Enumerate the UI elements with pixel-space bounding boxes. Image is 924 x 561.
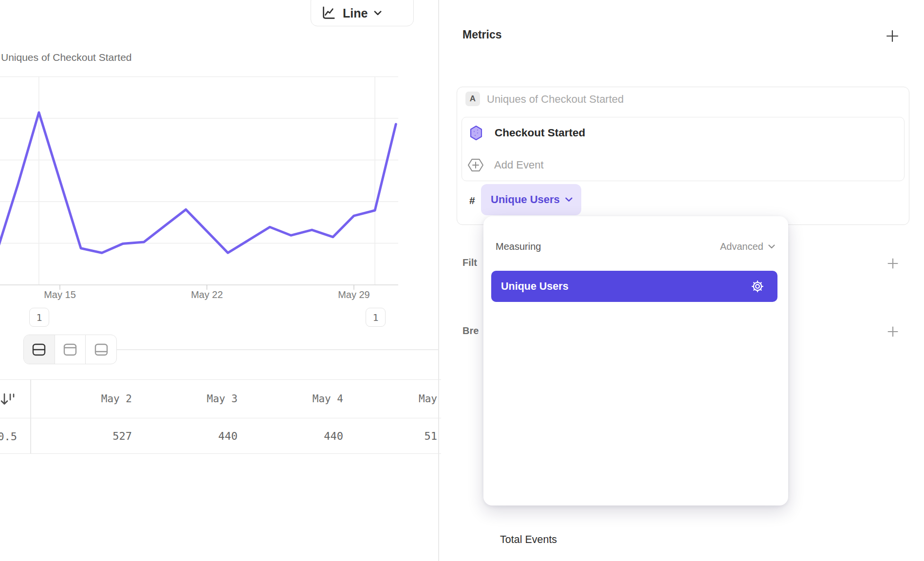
plus-icon xyxy=(887,325,899,338)
add-event-button[interactable]: Add Event xyxy=(462,149,905,181)
measuring-label: Measuring xyxy=(496,241,541,252)
sort-descending-icon[interactable] xyxy=(0,390,17,409)
x-tick-label: May 22 xyxy=(178,289,236,300)
column-header[interactable]: May 2 xyxy=(30,393,136,405)
metric-card-title: Uniques of Checkout Started xyxy=(487,93,624,106)
add-event-label: Add Event xyxy=(494,159,544,171)
top-row-icon xyxy=(63,343,77,356)
layout-table-only-button[interactable] xyxy=(86,335,116,364)
measuring-dropdown: Measuring Advanced Unique Users Total Ev… xyxy=(483,216,788,505)
event-row-checkout-started[interactable]: Checkout Started xyxy=(462,117,905,149)
dropdown-option-total-events[interactable]: Total Events xyxy=(483,520,788,559)
breakdown-section-title: Bre xyxy=(462,325,479,337)
column-header[interactable]: May 3 xyxy=(136,393,241,405)
column-header[interactable]: May 4 xyxy=(241,393,347,405)
option-label: Total Events xyxy=(500,534,769,546)
event-name: Checkout Started xyxy=(495,127,585,139)
metric-badge: A xyxy=(465,92,480,106)
table-cell: 527 xyxy=(30,430,136,442)
chart-type-button[interactable]: Line xyxy=(311,0,414,26)
table-header-row: May 2May 3May 4May xyxy=(0,379,441,418)
filter-section-title: Filt xyxy=(462,257,477,268)
table-cell: 51 xyxy=(347,430,441,442)
table-cell: 440 xyxy=(136,430,241,442)
metrics-section-title: Metrics xyxy=(462,28,502,41)
line-chart-icon xyxy=(320,5,336,21)
section-divider xyxy=(117,349,439,350)
plus-icon xyxy=(885,29,900,43)
panel-divider xyxy=(438,0,439,561)
layout-toggle-group xyxy=(23,335,117,364)
layout-split-view-button[interactable] xyxy=(24,335,55,364)
dropdown-option-unique-users-selected[interactable]: Unique Users xyxy=(491,271,777,302)
gear-icon[interactable] xyxy=(750,279,765,294)
chevron-down-icon[interactable] xyxy=(768,244,775,249)
event-hexagon-icon xyxy=(469,125,483,141)
add-event-hexagon-plus-icon xyxy=(467,158,484,172)
chevron-down-icon xyxy=(374,11,382,16)
chart-page-button-right[interactable]: 1 xyxy=(366,308,386,327)
page-number: 1 xyxy=(372,312,378,323)
measurement-chip-label: Unique Users xyxy=(491,193,560,206)
bottom-row-icon xyxy=(94,343,108,356)
chart-title: Uniques of Checkout Started xyxy=(1,52,132,63)
page-number: 1 xyxy=(36,312,42,323)
chart-page-button-left[interactable]: 1 xyxy=(29,308,49,327)
line-chart[interactable] xyxy=(0,68,401,297)
add-filter-button[interactable] xyxy=(887,257,899,270)
dropdown-option-total-sessions[interactable]: Total Sessions xyxy=(483,559,788,561)
table-cell: 440 xyxy=(241,430,347,442)
column-header[interactable]: May xyxy=(347,393,441,405)
x-tick-label: May 15 xyxy=(31,289,89,300)
split-rows-icon xyxy=(32,343,46,356)
layout-chart-only-button[interactable] xyxy=(55,335,86,364)
x-tick-label: May 29 xyxy=(325,289,383,300)
table-row: 0.552744044051 xyxy=(0,419,441,454)
measurement-chip[interactable]: Unique Users xyxy=(481,184,581,215)
chevron-down-icon xyxy=(565,197,573,202)
measurement-type-symbol: # xyxy=(469,195,475,206)
advanced-toggle-label[interactable]: Advanced xyxy=(720,241,763,252)
row-average-value: 0.5 xyxy=(0,419,17,454)
row-label-cell: 0.5 xyxy=(0,419,30,453)
add-metric-button[interactable] xyxy=(885,29,900,43)
dropdown-options-list: Total EventsTotal SessionsFrequency per … xyxy=(483,520,788,561)
frozen-column-divider xyxy=(30,379,31,453)
chart-type-label: Line xyxy=(343,6,368,20)
plus-icon xyxy=(887,257,899,270)
measuring-dropdown-header: Measuring Advanced xyxy=(483,236,788,257)
insights-report-view: Line Uniques of Checkout Started May 15M… xyxy=(0,0,924,561)
add-breakdown-button[interactable] xyxy=(887,325,899,338)
series-line xyxy=(0,112,396,253)
option-label: Unique Users xyxy=(501,280,750,293)
